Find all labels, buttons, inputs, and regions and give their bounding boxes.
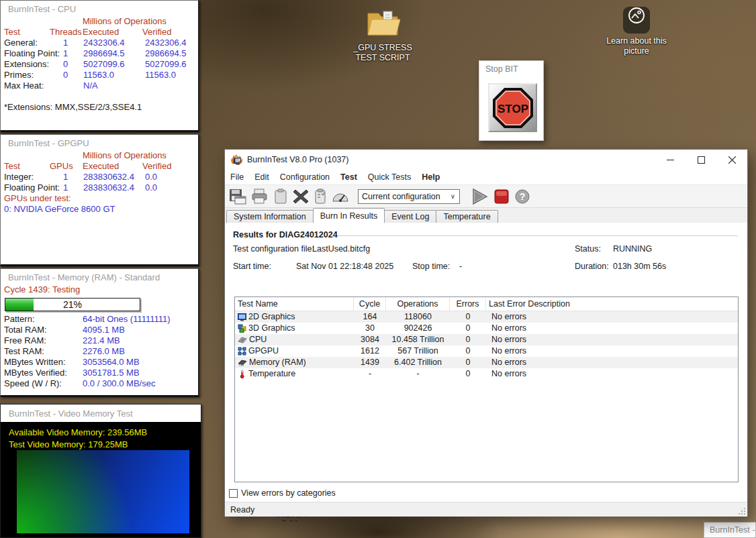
column-headers: TestGPUs ExecutedVerified (4, 161, 198, 172)
partial-window-burnintest-3d[interactable]: BurnInTest - 3D (704, 522, 756, 538)
table-row-cpu[interactable]: CPU 3084 10.458 Trillion 0 No errors (235, 334, 738, 345)
menu-help[interactable]: Help (416, 172, 445, 182)
print-icon[interactable] (251, 189, 269, 205)
status-value: RUNNING (613, 244, 652, 254)
status-bar-text: Ready (230, 505, 254, 515)
table-row-temperature[interactable]: Temperature - - 0 No errors (235, 368, 738, 380)
view-errors-checkbox[interactable] (229, 489, 238, 498)
help-icon[interactable]: ? (514, 189, 530, 205)
memory-field: Total RAM:4095.1 MB (4, 325, 198, 335)
tab-burn-in-results[interactable]: Burn In Results (313, 208, 385, 223)
config-file-value: LastUsed.bitcfg (312, 244, 370, 254)
cpu-row: Primes:011563.011563.0 (4, 70, 198, 80)
view-errors-checkbox-row: View errors by categories (229, 488, 336, 498)
memory-field: Speed (W / R):0.0 / 300.0 MB/sec (4, 378, 198, 389)
cpu-row: Floating Point:12986694.52986694.5 (4, 48, 198, 59)
toolbar: Current configuration ∨ ? (225, 184, 747, 208)
minimize-button[interactable] (655, 150, 686, 170)
tab-system-information[interactable]: System Information (226, 210, 314, 223)
cycle-status: Cycle 1439: Testing (4, 284, 198, 295)
table-row-memory-ram[interactable]: Memory (RAM) 1439 6.402 Trillion 0 No er… (235, 357, 738, 368)
ram-icon (238, 359, 247, 366)
cpu-test-panel: BurnInTest - CPU Millions of Operations … (0, 0, 199, 132)
close-icon (728, 156, 736, 164)
stop-icon[interactable] (493, 189, 510, 205)
desktop-icon-learn-about-picture[interactable]: Learn about this picture (596, 7, 677, 56)
stop-bit-title: Stop BIT (479, 61, 543, 74)
app-flame-icon (231, 154, 242, 165)
menu-quick-tests[interactable]: Quick Tests (363, 172, 416, 182)
extensions-footnote: *Extensions: MMX,SSE/2/3,SSE4.1 (4, 102, 198, 113)
gpgpu-icon (238, 347, 246, 356)
desktop-icon-gpu-stress-script[interactable]: _GPU STRESS TEST SCRIPT (342, 8, 423, 63)
panel-title: BurnInTest - CPU (1, 1, 198, 16)
chevron-down-icon: ∨ (451, 193, 459, 200)
video-memory-test-panel: BurnInTest - Video Memory Test Available… (0, 404, 201, 538)
play-icon[interactable] (470, 187, 489, 206)
results-group-title: Results for DIAG24012024 (233, 230, 338, 239)
menu-test[interactable]: Test (335, 172, 363, 182)
cpu-icon (238, 336, 247, 344)
close-button[interactable] (716, 150, 747, 170)
status-label: Status: (575, 244, 601, 254)
menu-configuration[interactable]: Configuration (275, 172, 335, 182)
ops-header: Millions of Operations (83, 16, 198, 27)
folder-icon (342, 8, 423, 40)
config-file-label: Test configuration file: (233, 244, 314, 254)
memory-field: Free RAM:221.4 MB (4, 335, 198, 346)
desktop: _GPU STRESS TEST SCRIPT Learn about this… (0, 0, 756, 538)
gauge-icon[interactable] (332, 189, 349, 204)
stop-bit-window: Stop BIT STOP (479, 60, 544, 141)
memory-field: MBytes Written:3053564.0 MB (4, 357, 198, 368)
gpu-device-name: 0: NVIDIA GeForce 8600 GT (4, 204, 198, 215)
svg-text:?: ? (520, 191, 526, 202)
tab-strip: System Information Burn In Results Event… (225, 208, 747, 223)
svg-text:STOP: STOP (498, 103, 528, 115)
memory-progress-bar: 21% (5, 298, 140, 311)
configuration-dropdown[interactable]: Current configuration ∨ (358, 189, 460, 204)
group-divider (338, 235, 738, 236)
status-bar: Ready (225, 502, 747, 517)
results-table-header: Test Name Cycle Operations Errors Last E… (235, 297, 738, 311)
panel-title: BurnInTest - Memory (RAM) - Standard (1, 269, 198, 284)
monitor-icon (238, 313, 246, 321)
checklist-icon[interactable] (314, 189, 327, 205)
memory-field: Test RAM:2276.0 MB (4, 346, 198, 357)
cpu-row: Extensions:05027099.65027099.6 (4, 59, 198, 70)
table-row-gpgpu[interactable]: GPGPU 1612 567 Trillion 0 No errors (235, 345, 738, 357)
maximize-button[interactable] (686, 150, 716, 170)
stop-sign-icon: STOP (492, 87, 534, 129)
view-errors-checkbox-label: View errors by categories (241, 488, 336, 498)
gpgpu-test-panel: BurnInTest - GPGPU Millions of Operation… (0, 134, 199, 266)
gpgpu-row: Floating Point:1283830632.40.0 (4, 182, 198, 193)
gpgpu-row: Integer:1283830632.40.0 (4, 172, 198, 182)
thermometer-icon (238, 370, 246, 378)
tab-temperature[interactable]: Temperature (436, 210, 498, 223)
duration-label: Duration: (575, 262, 609, 271)
save-icon[interactable] (229, 189, 246, 205)
new-document-icon[interactable] (273, 189, 288, 205)
table-row-3d-graphics[interactable]: 3D Graphics 30 902426 0 No errors (235, 323, 738, 334)
ops-header: Millions of Operations (83, 150, 198, 161)
burn-in-results-pane: Results for DIAG24012024 Test configurat… (225, 222, 747, 502)
cubes-icon (238, 324, 246, 333)
column-headers: TestThreads ExecutedVerified (4, 27, 198, 38)
table-row-2d-graphics[interactable]: 2D Graphics 164 118060 0 No errors (235, 311, 738, 323)
menu-file[interactable]: File (225, 172, 249, 182)
resize-grip[interactable] (737, 506, 746, 515)
stop-bit-button[interactable]: STOP (488, 83, 537, 132)
cpu-row: General:12432306.42432306.4 (4, 38, 198, 48)
delete-icon[interactable] (293, 189, 309, 205)
desktop-icon-label: Learn about this picture (606, 36, 667, 56)
menu-edit[interactable]: Edit (249, 172, 275, 182)
start-time-value: Sat Nov 01 22:18:48 2025 (296, 262, 393, 271)
panel-title: BurnInTest - GPGPU (1, 135, 198, 150)
picture-info-icon (623, 7, 650, 34)
available-video-memory: Available Video Memory: 239.56MB (9, 427, 201, 439)
stop-time-value: - (459, 262, 462, 271)
desktop-icon-label: _GPU STRESS TEST SCRIPT (353, 43, 412, 62)
tab-event-log[interactable]: Event Log (384, 210, 436, 223)
memory-field: MBytes Verified:3051781.5 MB (4, 368, 198, 378)
memory-test-panel: BurnInTest - Memory (RAM) - Standard Cyc… (0, 268, 199, 397)
title-bar: BurnInTest V8.0 Pro (1037) (225, 150, 747, 170)
